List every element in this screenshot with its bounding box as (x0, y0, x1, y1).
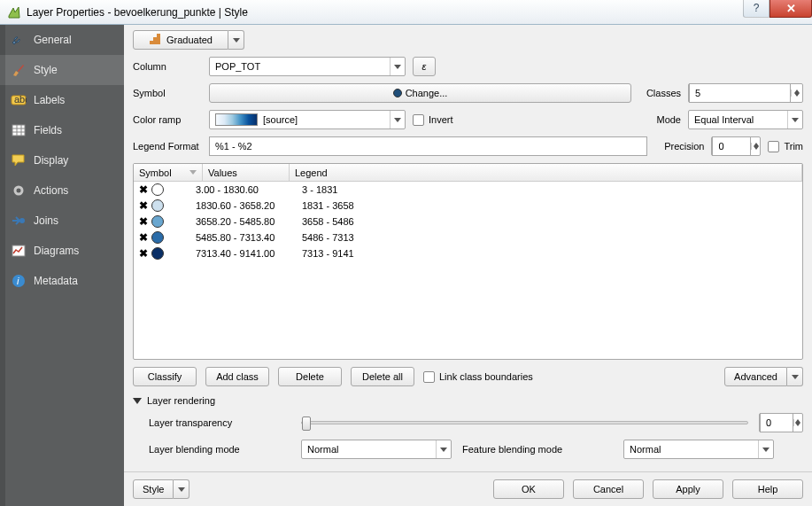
table-row[interactable]: ✖3.00 - 1830.603 - 1831 (134, 182, 802, 198)
balloon-icon (11, 152, 27, 168)
symbol-change-label: Change... (406, 88, 448, 98)
renderer-type-arrow[interactable] (228, 30, 244, 50)
classes-label: Classes (638, 88, 681, 98)
sidebar-item-general[interactable]: General (0, 25, 124, 55)
sidebar-item-labels[interactable]: abc Labels (0, 85, 124, 115)
color-ramp-value: [source] (263, 114, 390, 125)
legend-format-input[interactable] (209, 136, 647, 156)
transparency-input[interactable] (760, 413, 793, 432)
row-symbol-icon (151, 199, 164, 212)
sidebar-item-actions[interactable]: Actions (0, 175, 124, 206)
precision-input[interactable] (712, 136, 750, 156)
column-combo[interactable]: POP_TOT (209, 57, 406, 76)
th-symbol[interactable]: Symbol (134, 164, 203, 181)
style-menu-button[interactable]: Style (133, 479, 174, 499)
chevron-down-icon (787, 111, 799, 128)
row-symbol-icon (151, 183, 164, 196)
delete-button[interactable]: Delete (278, 367, 342, 386)
wrench-icon (11, 32, 27, 48)
ok-button[interactable]: OK (493, 479, 564, 499)
precision-spin[interactable] (711, 136, 761, 156)
row-enabled-icon[interactable]: ✖ (139, 231, 148, 244)
th-legend[interactable]: Legend (290, 164, 802, 181)
layer-rendering-title: Layer rendering (147, 395, 215, 406)
help-button[interactable]: Help (732, 479, 803, 499)
row-legend: 3 - 1831 (302, 184, 797, 195)
sidebar-item-fields[interactable]: Fields (0, 115, 124, 145)
title-help-button[interactable]: ? (743, 0, 769, 18)
row-values: 5485.80 - 7313.40 (196, 232, 302, 243)
style-menu-arrow[interactable] (174, 479, 189, 499)
row-values: 7313.40 - 9141.00 (196, 248, 302, 259)
add-class-button[interactable]: Add class (205, 367, 269, 386)
table-row[interactable]: ✖5485.80 - 7313.405486 - 7313 (134, 230, 802, 245)
mode-value: Equal Interval (694, 114, 787, 125)
renderer-type-combo[interactable]: Graduated (133, 30, 228, 50)
sidebar-item-label: Joins (34, 214, 58, 227)
title-close-button[interactable]: ✕ (769, 0, 812, 18)
table-row[interactable]: ✖1830.60 - 3658.201831 - 3658 (134, 198, 802, 214)
layer-rendering-toggle[interactable]: Layer rendering (133, 395, 803, 406)
classify-button[interactable]: Classify (133, 367, 197, 386)
sidebar-item-joins[interactable]: Joins (0, 206, 124, 236)
sidebar-item-label: Labels (34, 94, 65, 106)
sidebar-item-display[interactable]: Display (0, 145, 124, 175)
spin-down[interactable] (792, 93, 802, 97)
cancel-button[interactable]: Cancel (573, 479, 644, 499)
mode-combo[interactable]: Equal Interval (688, 110, 803, 129)
svg-rect-2 (12, 125, 25, 136)
invert-checkbox[interactable]: Invert (413, 114, 453, 126)
advanced-button[interactable]: Advanced (724, 367, 787, 386)
transparency-spin[interactable] (759, 413, 803, 432)
classes-table: Symbol Values Legend ✖3.00 - 1830.603 - … (133, 163, 803, 360)
row-enabled-icon[interactable]: ✖ (139, 247, 148, 260)
trim-checkbox[interactable]: Trim (768, 141, 803, 152)
feature-blend-value: Normal (630, 444, 758, 455)
row-enabled-icon[interactable]: ✖ (139, 215, 148, 228)
layer-blend-value: Normal (307, 444, 436, 455)
feature-blend-combo[interactable]: Normal (623, 440, 774, 459)
transparency-slider[interactable] (301, 421, 748, 424)
th-values[interactable]: Values (203, 164, 290, 181)
dialog-footer: Style OK Cancel Apply Help (124, 471, 812, 506)
sidebar-item-label: General (34, 34, 72, 46)
svg-rect-13 (150, 41, 153, 44)
sidebar-item-metadata[interactable]: i Metadata (0, 266, 124, 296)
slider-thumb[interactable] (302, 416, 311, 431)
renderer-type-label: Graduated (166, 35, 213, 45)
classes-spin[interactable] (688, 83, 803, 103)
gradient-preview (215, 113, 258, 126)
delete-all-button[interactable]: Delete all (351, 367, 414, 386)
row-legend: 3658 - 5486 (302, 216, 797, 227)
window-title: Layer Properties - bevoelkerung_punkte |… (27, 6, 743, 19)
row-enabled-icon[interactable]: ✖ (139, 183, 148, 196)
color-ramp-combo[interactable]: [source] (209, 110, 406, 129)
advanced-arrow[interactable] (787, 367, 803, 386)
row-symbol-icon (151, 231, 164, 244)
chevron-down-icon (390, 58, 401, 75)
sidebar: General Style abc Labels Fields Display … (0, 25, 124, 506)
apply-button[interactable]: Apply (653, 479, 723, 499)
symbol-change-button[interactable]: Change... (209, 83, 631, 103)
chevron-down-icon (758, 440, 769, 458)
chevron-down-icon (390, 111, 401, 128)
classes-input[interactable] (689, 83, 791, 103)
link-boundaries-checkbox[interactable]: Link class boundaries (423, 371, 533, 383)
column-label: Column (133, 61, 202, 72)
table-row[interactable]: ✖3658.20 - 5485.803658 - 5486 (134, 214, 802, 230)
spin-down[interactable] (752, 146, 761, 150)
layer-blend-combo[interactable]: Normal (301, 440, 452, 459)
spin-down[interactable] (794, 423, 802, 426)
table-row[interactable]: ✖7313.40 - 9141.007313 - 9141 (134, 245, 802, 261)
app-icon (7, 5, 21, 19)
sidebar-item-style[interactable]: Style (0, 55, 124, 85)
row-symbol-icon (151, 215, 164, 228)
row-enabled-icon[interactable]: ✖ (139, 199, 148, 212)
info-icon: i (11, 273, 27, 289)
expression-button[interactable]: ε (413, 57, 436, 76)
color-ramp-label: Color ramp (133, 114, 202, 125)
svg-point-9 (19, 218, 25, 223)
title-bar: Layer Properties - bevoelkerung_punkte |… (0, 0, 812, 25)
row-values: 3658.20 - 5485.80 (196, 216, 302, 227)
sidebar-item-diagrams[interactable]: Diagrams (0, 236, 124, 266)
